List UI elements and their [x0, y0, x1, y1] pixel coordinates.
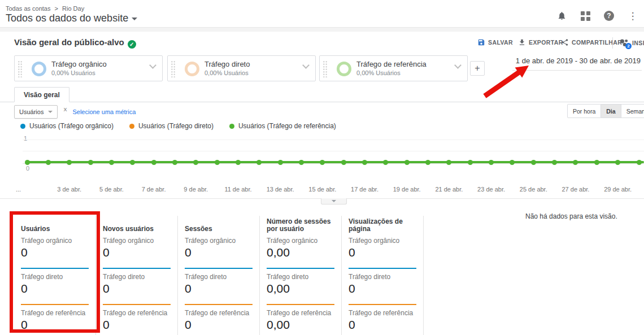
data-point[interactable] [236, 160, 241, 165]
chevron-down-icon[interactable] [149, 62, 156, 69]
sparkline [267, 304, 334, 305]
metric-label: Tráfego direto [21, 273, 89, 281]
data-point[interactable] [362, 160, 367, 165]
sparkline [349, 268, 416, 269]
segment-name: Tráfego orgânico [51, 60, 107, 68]
chevron-down-icon[interactable] [454, 62, 462, 69]
breadcrumb-root[interactable]: Todas as contas [6, 5, 51, 12]
data-point[interactable] [552, 160, 557, 165]
add-segment-button[interactable]: + [470, 61, 485, 76]
chart-legend: Usuários (Tráfego orgânico) Usuários (Tr… [20, 122, 336, 130]
data-point[interactable] [193, 160, 198, 165]
data-point[interactable] [278, 160, 283, 165]
metric-value: 0 [103, 282, 171, 295]
account-selector[interactable]: Todos os dados do website [6, 12, 137, 24]
divider [612, 37, 613, 49]
data-point[interactable] [383, 160, 388, 165]
chevron-down-icon[interactable] [302, 62, 310, 69]
data-point[interactable] [215, 160, 220, 165]
data-point[interactable] [341, 160, 346, 165]
insights-button[interactable]: 2 INSIGHTS [619, 38, 644, 47]
metric-value: 0 [349, 318, 416, 332]
data-point[interactable] [88, 160, 93, 165]
no-data-message: Não há dados para esta visão. [525, 212, 617, 220]
data-point[interactable] [256, 160, 262, 165]
notifications-bell-icon[interactable] [556, 10, 567, 21]
more-options-kebab-icon[interactable]: ⋮ [627, 10, 638, 21]
legend-item[interactable]: Usuários (Tráfego orgânico) [20, 122, 114, 130]
x-axis-label: 19 de abr. [393, 186, 421, 193]
data-point[interactable] [615, 160, 620, 165]
data-point[interactable] [531, 160, 536, 165]
data-point[interactable] [510, 160, 515, 165]
metric-label: Tráfego orgânico [267, 237, 334, 245]
data-point[interactable] [573, 160, 578, 165]
metric-label: Tráfego orgânico [21, 237, 89, 245]
sparkline [103, 304, 171, 305]
breadcrumb-current[interactable]: Rio Day [62, 5, 84, 12]
timeseries-chart: 1 0 ...3 de abr.5 de abr.7 de abr.9 de a… [0, 133, 644, 198]
breadcrumb[interactable]: Todas as contas > Rio Day [6, 5, 84, 12]
y-axis-label: 1 [24, 135, 27, 142]
legend-item[interactable]: Usuários (Tráfego de referência) [229, 122, 336, 130]
data-point[interactable] [299, 160, 304, 165]
remove-metric-button[interactable]: X [63, 107, 67, 112]
metric-block: Tráfego de referência0 [349, 309, 416, 335]
data-point[interactable] [151, 160, 156, 165]
metric-value: 0 [349, 282, 416, 295]
scorecard-column: Novos usuáriosTráfego orgânico0Tráfego d… [96, 216, 178, 335]
data-point[interactable] [446, 160, 451, 165]
divider [0, 27, 644, 32]
legend-item[interactable]: Usuários (Tráfego direto) [129, 122, 214, 130]
sparkline [185, 304, 253, 305]
x-axis-label: 9 de abr. [184, 186, 208, 193]
metric-dropdown[interactable]: Usuários [14, 105, 58, 119]
save-button[interactable]: SALVAR [477, 38, 513, 46]
metric-value: 0 [103, 246, 171, 259]
data-point[interactable] [594, 160, 599, 165]
data-point[interactable] [637, 160, 642, 165]
metric-value: 0 [21, 246, 89, 259]
metric-value: 0 [185, 282, 253, 295]
apps-grid-icon[interactable] [580, 10, 591, 21]
date-range-picker[interactable]: 1 de abr. de 2019 - 30 de abr. de 2019 [512, 56, 642, 71]
segment-chip-referral[interactable]: Tráfego de referência 0,00% Usuários [319, 55, 468, 81]
drag-handle-icon[interactable] [18, 60, 23, 77]
tab-visao-geral[interactable]: Visão geral [14, 87, 69, 102]
segment-chip-organic[interactable]: Tráfego orgânico 0,00% Usuários [14, 55, 163, 81]
x-axis-label: 5 de abr. [99, 186, 124, 193]
sparkline [21, 268, 89, 269]
analytics-screen: Todas as contas > Rio Day Todos os dados… [0, 0, 644, 335]
segment-chip-direct[interactable]: Tráfego direto 0,00% Usuários [167, 55, 316, 81]
granularity-hour[interactable]: Por hora [567, 104, 601, 118]
legend-dot-icon [20, 124, 25, 129]
drag-handle-icon[interactable] [323, 60, 328, 77]
data-point[interactable] [172, 160, 177, 165]
data-point[interactable] [320, 160, 325, 165]
granularity-toggle: Por hora Dia Semana Mês [567, 104, 644, 118]
chevron-down-icon [48, 111, 53, 113]
data-point[interactable] [425, 160, 430, 165]
data-point[interactable] [404, 160, 410, 165]
help-icon[interactable]: ? [603, 10, 615, 21]
x-axis-label: 21 de abr. [435, 186, 463, 193]
data-point[interactable] [67, 160, 72, 165]
drag-handle-icon[interactable] [171, 60, 176, 77]
metric-block: Tráfego de referência0 [185, 309, 253, 335]
chevron-down-icon [332, 200, 336, 202]
select-metric-link[interactable]: Selecione uma métrica [72, 108, 136, 115]
legend-dot-icon [229, 124, 234, 129]
scorecard-title: Sessões [185, 216, 253, 233]
export-button[interactable]: EXPORTAR [518, 38, 563, 46]
data-point[interactable] [25, 160, 30, 165]
granularity-day[interactable]: Dia [601, 104, 621, 118]
data-point[interactable] [109, 160, 114, 165]
data-point[interactable] [489, 160, 494, 165]
data-point[interactable] [130, 160, 135, 165]
collapse-chart-button[interactable] [321, 198, 347, 205]
data-point[interactable] [468, 160, 473, 165]
granularity-week[interactable]: Semana [621, 104, 644, 118]
segment-stat: 0,00% Usuários [51, 69, 95, 76]
data-point[interactable] [46, 160, 51, 165]
scorecard-column: SessõesTráfego orgânico0Tráfego direto0T… [178, 216, 260, 335]
